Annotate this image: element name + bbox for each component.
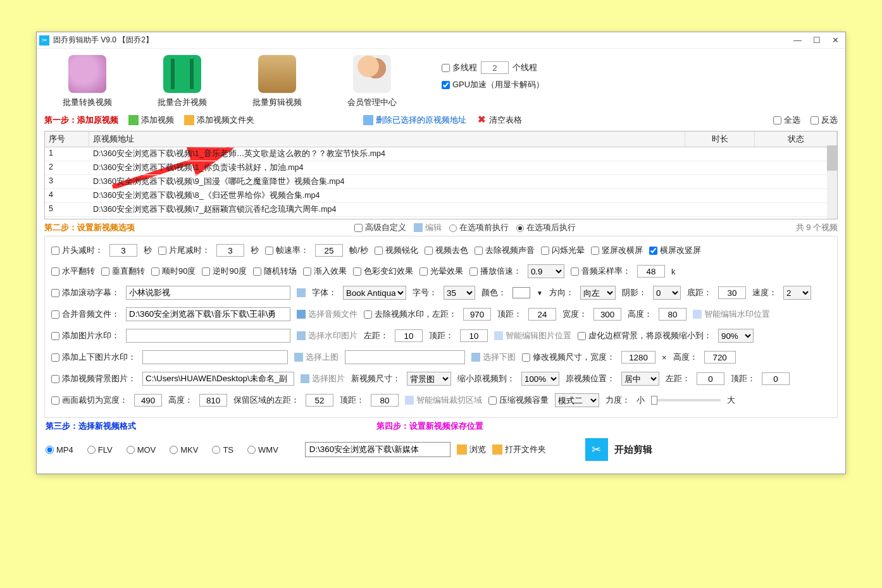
wm-height-input[interactable] [659,308,686,321]
exec-after-radio[interactable]: 在选项后执行 [516,222,576,233]
head-trim-input[interactable] [109,244,137,257]
crop-checkbox[interactable]: 画面裁切为宽度： [51,395,128,406]
table-row[interactable]: 2D:\360安全浏览器下载\视频\1_你负责读书就好，加油.mp4 [45,161,837,175]
bg-size-select[interactable]: 背景图 [407,372,451,386]
table-scrollbar[interactable] [827,145,837,219]
advanced-custom-checkbox[interactable]: 高级自定义 [354,222,406,233]
bg-path-input[interactable] [142,372,294,386]
table-row[interactable]: 4D:\360安全浏览器下载\视频\8_《归还世界给你》视频合集.mp4 [45,189,837,203]
crop-width-input[interactable] [134,394,162,407]
edit-button[interactable]: 编辑 [414,222,442,233]
crop-height-input[interactable] [199,394,227,407]
format-ts[interactable]: TS [212,445,233,455]
add-folder-button[interactable]: 添加视频文件夹 [184,114,254,126]
shrink-select[interactable]: 100% [521,372,559,386]
start-button[interactable]: ✂ 开始剪辑 [585,438,652,461]
select-bg-button[interactable]: 选择图片 [301,373,345,384]
imgwm-top-input[interactable] [460,329,488,342]
resize-height-input[interactable] [704,351,736,364]
invert-select-checkbox[interactable]: 反选 [811,114,838,126]
wm-top-input[interactable] [528,308,556,321]
table-row[interactable]: 5D:\360安全浏览器下载\视频\7_赵丽颖宫锁沉香纪念琉璃六周年.mp4 [45,203,837,217]
random-transition-checkbox[interactable]: 随机转场 [253,266,297,277]
vert-to-horiz-checkbox[interactable]: 竖屏改横屏 [591,245,643,256]
table-row[interactable]: 3D:\360安全浏览器下载\视频\9_国漫《哪吒之魔童降世》视频合集.mp4 [45,175,837,189]
fontsize-select[interactable]: 35 [444,286,475,300]
cw90-checkbox[interactable]: 顺时90度 [151,266,196,277]
keep-left-input[interactable] [306,394,333,407]
sample-checkbox[interactable]: 音频采样率： [571,266,631,277]
format-mkv[interactable]: MKV [170,445,198,455]
horiz-to-vert-checkbox[interactable]: 横屏改竖屏 [649,245,701,256]
resize-checkbox[interactable]: 修改视频尺寸，宽度： [522,352,615,363]
add-topbot-wm-checkbox[interactable]: 添加上下图片水印： [51,352,136,363]
bg-left-input[interactable] [697,372,724,385]
format-mov[interactable]: MOV [127,445,156,455]
subtitle-checkbox[interactable]: 添加滚动字幕： [51,287,120,298]
fps-checkbox[interactable]: 帧速率： [265,245,309,256]
member-center-button[interactable]: 会员管理中心 [334,55,410,108]
exec-before-radio[interactable]: 在选项前执行 [449,222,509,233]
select-audio-button[interactable]: 选择音频文件 [297,309,357,320]
select-wm-image-button[interactable]: 选择水印图片 [297,330,357,341]
remove-audio-checkbox[interactable]: 去除视频声音 [475,245,535,256]
thread-count-input[interactable] [481,61,509,74]
sample-input[interactable] [637,265,665,278]
bottom-margin-input[interactable] [718,286,746,299]
subtitle-input[interactable] [126,286,290,300]
open-folder-button[interactable]: 打开文件夹 [492,444,546,455]
fps-input[interactable] [315,244,343,257]
color-fx-checkbox[interactable]: 色彩变幻效果 [353,266,413,277]
batch-cut-button[interactable]: 批量剪辑视频 [239,55,315,108]
table-row[interactable]: 1D:\360安全浏览器下载\视频\1_音乐老师…英文歌是这么教的？？教室节快乐… [45,147,837,161]
wm-left-input[interactable] [463,308,491,321]
wm-width-input[interactable] [593,308,621,321]
strength-slider[interactable] [651,399,721,401]
smart-image-button[interactable]: 智能编辑图片位置 [494,330,571,341]
select-bot-image-button[interactable]: 选择下图 [471,352,516,363]
tail-trim-input[interactable] [216,244,244,257]
select-all-checkbox[interactable]: 全选 [773,114,800,126]
multithread-checkbox[interactable]: 多线程 [442,62,477,73]
format-wmv[interactable]: WMV [247,445,278,455]
bot-image-input[interactable] [345,350,465,364]
keep-top-input[interactable] [371,394,399,407]
add-video-button[interactable]: 添加视频 [128,114,174,126]
gpu-accel-checkbox[interactable]: GPU加速（用显卡解码） [442,79,544,90]
fadein-checkbox[interactable]: 渐入效果 [303,266,347,277]
vflip-checkbox[interactable]: 垂直翻转 [101,266,145,277]
font-select[interactable]: Book Antiqua [343,286,406,300]
top-image-input[interactable] [142,350,288,364]
compress-mode-select[interactable]: 模式二 [555,393,599,407]
resize-width-input[interactable] [621,351,655,364]
halo-fx-checkbox[interactable]: 光晕效果 [419,266,463,277]
ccw90-checkbox[interactable]: 逆时90度 [202,266,246,277]
blur-scale-select[interactable]: 90% [718,329,754,343]
direction-select[interactable]: 向左 [580,286,616,300]
select-top-image-button[interactable]: 选择上图 [294,352,339,363]
image-wm-path-input[interactable] [126,329,290,343]
speed-select[interactable]: 0.9 [528,264,564,278]
remove-watermark-checkbox[interactable]: 去除视频水印，左距： [364,309,457,320]
output-path-input[interactable] [305,442,450,457]
close-button[interactable]: ✕ [832,35,839,45]
smart-crop-button[interactable]: 智能编辑裁切区域 [405,395,482,406]
batch-merge-button[interactable]: 批量合并视频 [144,55,220,108]
head-trim-checkbox[interactable]: 片头减时： [51,245,103,256]
batch-convert-button[interactable]: 批量转换视频 [49,55,125,108]
browse-button[interactable]: 浏览 [457,444,486,455]
clear-table-button[interactable]: ✖清空表格 [476,114,522,126]
format-mp4[interactable]: MP4 [46,445,73,455]
smart-watermark-button[interactable]: 智能编辑水印位置 [693,309,770,320]
add-image-wm-checkbox[interactable]: 添加图片水印： [51,330,120,341]
blur-border-checkbox[interactable]: 虚化边框背景，将原视频缩小到： [578,330,712,341]
shadow-select[interactable]: 0 [653,286,681,300]
imgwm-left-input[interactable] [395,329,423,342]
maximize-button[interactable]: ☐ [813,35,821,45]
sharpen-checkbox[interactable]: 视频锐化 [375,245,418,256]
speed-checkbox[interactable]: 播放倍速： [469,266,521,277]
compress-checkbox[interactable]: 压缩视频容量 [488,395,549,406]
delete-selected-button[interactable]: 删除已选择的原视频地址 [363,114,466,126]
subtitle-speed-select[interactable]: 2 [783,286,811,300]
add-bg-checkbox[interactable]: 添加视频背景图片： [51,373,136,384]
